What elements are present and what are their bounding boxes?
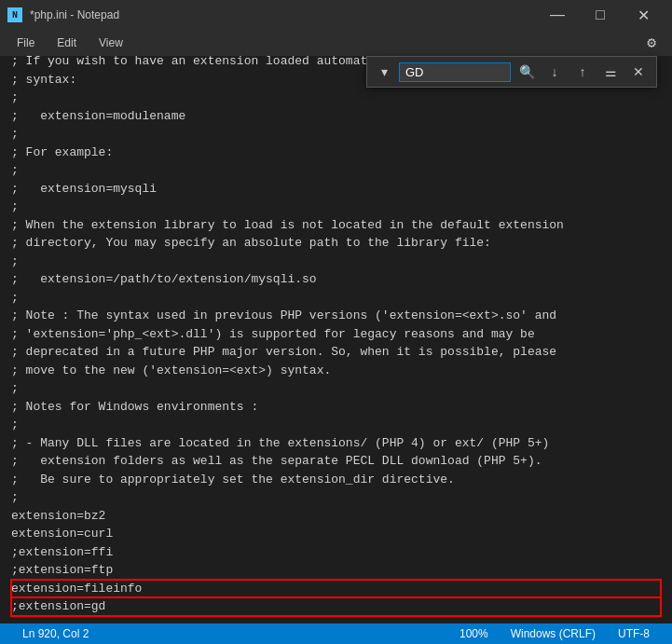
app-icon: N [7, 7, 22, 22]
editor-line: ; directory, You may specify an absolute… [11, 234, 661, 253]
editor-line: ;extension=ftp [11, 561, 661, 580]
editor-line: ; [11, 379, 661, 398]
find-next-button[interactable]: ↑ [570, 61, 595, 83]
editor-line: ; deprecated in a future PHP major versi… [11, 343, 661, 362]
menu-bar: File Edit View ⚙ [0, 30, 672, 56]
editor-line: ; extension=/path/to/extension/mysqli.so [11, 270, 661, 289]
find-prev-button[interactable]: ↓ [542, 61, 567, 83]
editor-line: ; extension=mysqli [11, 180, 661, 199]
editor-line: ; Notes for Windows environments : [11, 398, 661, 417]
editor-line: ; [11, 161, 661, 180]
editor-line: ; [11, 198, 661, 216]
settings-button[interactable]: ⚙ [638, 30, 665, 56]
editor-area[interactable]: ; If you wish to have an extension loade… [0, 56, 672, 623]
editor-line: extension=curl [11, 525, 661, 543]
close-button[interactable]: ✕ [622, 0, 665, 30]
view-menu[interactable]: View [89, 33, 132, 53]
find-input[interactable] [399, 62, 511, 82]
editor-line: extension=fileinfo [11, 580, 661, 598]
editor-line: extension=bz2 [11, 507, 661, 526]
status-bar: Ln 920, Col 2 100% Windows (CRLF) UTF-8 [0, 623, 672, 644]
editor-line: ; [11, 253, 661, 271]
editor-line: ; [11, 488, 661, 507]
find-bar: ▾ 🔍 ↓ ↑ ⚌ ✕ [366, 56, 657, 88]
editor-line: ; [11, 289, 661, 308]
title-bar: N *php.ini - Notepad — □ ✕ [0, 0, 672, 30]
maximize-button[interactable]: □ [579, 0, 622, 30]
line-ending: Windows (CRLF) [500, 627, 607, 640]
find-close-button[interactable]: ✕ [626, 61, 651, 83]
find-options-button[interactable]: ⚌ [598, 61, 623, 83]
editor-line: ; Be sure to appropriately set the exten… [11, 471, 661, 489]
cursor-position: Ln 920, Col 2 [11, 627, 100, 640]
encoding: UTF-8 [607, 627, 661, 640]
editor-line: ; move to the new ('extension=<ext>) syn… [11, 362, 661, 380]
edit-menu[interactable]: Edit [48, 33, 86, 53]
editor-line: ; 'extension='php_<ext>.dll') is support… [11, 325, 661, 344]
find-search-button[interactable]: 🔍 [514, 61, 539, 83]
window-controls: — □ ✕ [536, 0, 665, 30]
editor-line: ; For example: [11, 144, 661, 162]
editor-line: ; extension=modulename [11, 107, 661, 126]
minimize-button[interactable]: — [536, 0, 579, 30]
window-title: *php.ini - Notepad [30, 8, 536, 21]
find-dropdown-button[interactable]: ▾ [373, 61, 395, 83]
editor-line: ; extension folders as well as the separ… [11, 452, 661, 471]
editor-line: ; [11, 89, 661, 107]
editor-line: ; [11, 416, 661, 434]
file-menu[interactable]: File [7, 33, 44, 53]
editor-line: ;extension=gd [11, 597, 661, 616]
editor-line: ;extension=ffi [11, 543, 661, 562]
editor-line: ; When the extension library to load is … [11, 216, 661, 235]
zoom-level: 100% [448, 627, 500, 640]
editor-line: ; [11, 125, 661, 144]
editor-line: ; - Many DLL files are located in the ex… [11, 434, 661, 453]
editor-line: ; Note : The syntax used in previous PHP… [11, 307, 661, 325]
